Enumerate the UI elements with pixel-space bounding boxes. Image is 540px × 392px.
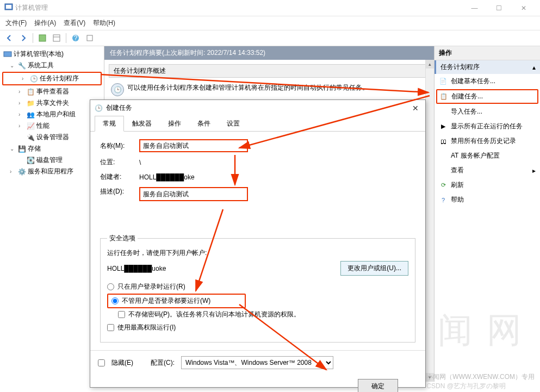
tree-system-tools[interactable]: ⌄ 🔧 系统工具 [0,60,104,71]
tree-event-viewer[interactable]: › 📋 事件查看器 [0,86,104,97]
radio-always-run[interactable] [111,297,119,304]
security-user: HOLL██████uoke [107,265,335,272]
action-create-task[interactable]: 📋 创建任务... [437,90,537,103]
tree-local-users[interactable]: › 👥 本地用户和组 [0,109,104,120]
summary-header: 任务计划程序摘要(上次刷新时间: 2022/7/14 14:33:52) [104,46,434,60]
maximize-button[interactable]: ☐ [487,1,511,16]
check-no-password[interactable] [118,311,125,318]
running-icon: ▶ [439,122,448,131]
tb-icon-1[interactable] [36,32,48,44]
menu-file[interactable]: 文件(F) [5,18,27,28]
close-button[interactable]: ✕ [511,1,536,16]
clock-icon: 🕒 [29,74,38,83]
event-icon: 📋 [26,88,35,96]
action-refresh[interactable]: ⟳ 刷新 [435,178,540,192]
actions-pane: 操作 任务计划程序 ▴ 📄 创建基本任务... 📋 创建任务... 导入任务..… [435,46,540,382]
tb-icon-4[interactable] [84,32,96,44]
window-title: 计算机管理 [15,3,462,13]
creator-label: 创建者: [100,172,134,182]
collapse-icon[interactable]: ▴ [532,64,536,71]
name-label: 名称(M): [100,141,134,151]
action-import-task[interactable]: 导入任务... [435,104,540,119]
menubar: 文件(F) 操作(A) 查看(V) 帮助(H) [0,16,540,30]
change-user-button[interactable]: 更改用户或组(U)... [340,261,408,276]
expander-icon[interactable]: ⌄ [10,63,16,69]
overview-text: 🕒 可以使用任务计划程序来创建和管理计算机将在所指定的时间自动执行的常见任务。 [109,81,430,98]
ok-button[interactable]: 确定 [358,379,398,392]
tree-disk-mgmt[interactable]: 💽 磁盘管理 [0,154,104,166]
desc-input[interactable]: 服务自启动测试 [139,187,248,201]
chevron-right-icon: ▸ [532,167,536,175]
tab-settings[interactable]: 设置 [219,116,248,132]
scrollbar[interactable]: ▴ ▾ [425,60,434,382]
menu-help[interactable]: 帮助(H) [93,18,115,28]
perf-icon: 📈 [26,122,35,130]
tb-help-icon[interactable]: ? [70,32,82,44]
config-label: 配置(C): [151,358,175,368]
clock-icon: 🕒 [111,83,124,96]
tree-performance[interactable]: › 📈 性能 [0,120,104,132]
app-icon [4,3,13,13]
tb-icon-2[interactable] [51,32,63,44]
expander-icon[interactable]: › [18,111,24,117]
folder-icon: 📁 [26,99,35,108]
menu-view[interactable]: 查看(V) [64,18,85,28]
security-legend: 安全选项 [107,234,138,243]
name-input[interactable] [139,139,248,152]
action-group-header[interactable]: 任务计划程序 ▴ [435,60,540,74]
tab-triggers[interactable]: 触发器 [124,116,160,132]
action-view[interactable]: 查看 ▸ [435,163,540,178]
device-icon: 🔌 [26,133,35,142]
tree-storage[interactable]: ⌄ 💾 存储 [0,143,104,154]
expander-icon[interactable]: › [22,76,28,82]
config-select[interactable]: Windows Vista™、Windows Server™ 2008 [181,356,333,369]
dialog-titlebar: 🕒 创建任务 ✕ [90,100,425,116]
import-icon [439,108,448,116]
minimize-button[interactable]: — [462,1,487,16]
expander-icon[interactable]: › [10,169,16,175]
dialog-icon: 🕒 [95,104,103,112]
expander-icon[interactable]: › [18,89,24,95]
tree-services-apps[interactable]: › ⚙️ 服务和应用程序 [0,166,104,177]
svg-rect-2 [39,35,46,41]
users-icon: 👥 [26,110,35,119]
action-help[interactable]: ? 帮助 [435,192,540,207]
task-icon: 📋 [439,92,448,101]
overview-section-title: 任务计划程序概述 [109,64,430,78]
action-at-service[interactable]: AT 服务帐户配置 [435,148,540,163]
back-button[interactable] [3,32,15,44]
computer-icon [3,50,12,59]
svg-rect-1 [6,5,11,9]
action-disable-history[interactable]: 🕮 禁用所有任务历史记录 [435,134,540,148]
titlebar: 计算机管理 — ☐ ✕ [0,0,540,16]
radio-logged-on[interactable] [107,283,114,290]
scroll-up-icon[interactable]: ▴ [426,60,434,69]
action-show-running[interactable]: ▶ 显示所有正在运行的任务 [435,119,540,134]
dialog-close-button[interactable]: ✕ [410,104,421,113]
check-hidden[interactable] [98,359,105,366]
menu-action[interactable]: 操作(A) [34,18,56,28]
svg-rect-7 [87,35,92,41]
location-value: \ [139,159,141,166]
check-highest-priv[interactable] [107,324,114,331]
tree-device-manager[interactable]: 🔌 设备管理器 [0,132,104,143]
expander-icon[interactable]: ⌄ [10,146,16,152]
tools-icon: 🔧 [17,61,26,70]
expander-icon[interactable]: › [18,100,24,106]
tree-task-scheduler[interactable]: › 🕒 任务计划程序 [3,73,101,84]
tab-conditions[interactable]: 条件 [189,116,219,132]
tab-actions[interactable]: 操作 [160,116,189,132]
expander-icon[interactable]: › [18,123,24,129]
tree-root[interactable]: 计算机管理(本地) [0,48,104,60]
location-label: 位置: [100,158,134,167]
tree-shared-folders[interactable]: › 📁 共享文件夹 [0,97,104,109]
action-create-basic[interactable]: 📄 创建基本任务... [435,74,540,89]
tree-pane: 计算机管理(本地) ⌄ 🔧 系统工具 › 🕒 任务计划程序 › 📋 事件查看器 … [0,46,104,382]
services-icon: ⚙️ [17,167,26,176]
disk-icon: 💽 [26,156,35,165]
tab-general[interactable]: 常规 [95,116,124,132]
help-icon: ? [439,196,448,204]
forward-button[interactable] [17,32,29,44]
svg-text:?: ? [74,34,78,42]
security-hint: 运行任务时，请使用下列用户帐户: [107,248,408,258]
